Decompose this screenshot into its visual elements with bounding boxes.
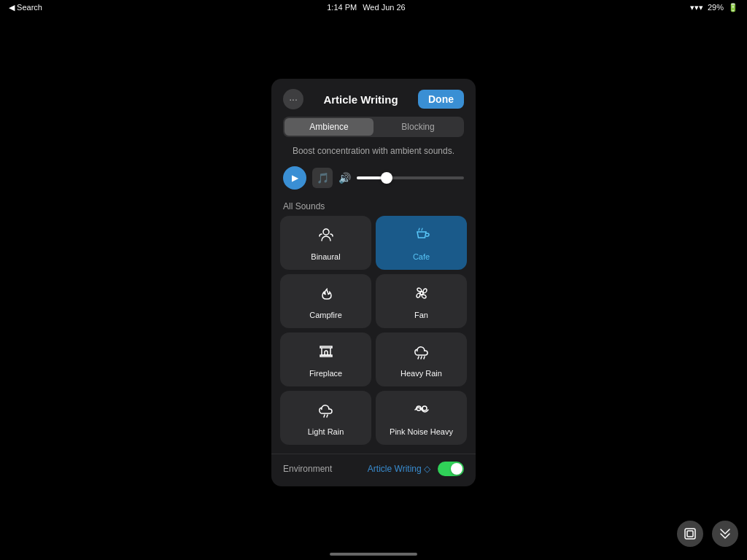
sound-item-fan[interactable]: Fan: [376, 274, 467, 328]
fireplace-label: Fireplace: [309, 369, 342, 378]
cafe-icon: [413, 226, 430, 248]
sound-item-binaural[interactable]: Binaural: [280, 216, 371, 270]
done-button[interactable]: Done: [418, 90, 464, 109]
play-button[interactable]: ▶: [283, 166, 306, 190]
toggle-thumb: [451, 463, 462, 475]
modal-header: ··· Article Writing Done: [271, 79, 476, 117]
modal-title: Article Writing: [303, 93, 418, 106]
volume-thumb[interactable]: [381, 172, 392, 184]
date: Wed Jun 26: [363, 3, 406, 12]
status-left: ◀ Search: [9, 3, 42, 12]
svg-rect-11: [685, 529, 695, 539]
svg-line-7: [324, 415, 325, 417]
status-bar: ◀ Search 1:14 PM Wed Jun 26 ▾▾▾ 29% 🔋: [0, 0, 747, 15]
svg-rect-12: [687, 531, 693, 537]
fireplace-icon: [317, 343, 335, 365]
modal: ··· Article Writing Done Ambience Blocki…: [271, 79, 476, 486]
battery-icon: 🔋: [728, 3, 738, 12]
wifi-icon: ▾▾▾: [690, 3, 703, 12]
fan-icon: [413, 284, 430, 306]
pink-noise-label: Pink Noise Heavy: [390, 427, 453, 436]
svg-point-10: [422, 406, 427, 411]
time: 1:14 PM: [327, 3, 357, 12]
volume-slider[interactable]: [357, 176, 464, 179]
svg-rect-3: [320, 355, 332, 357]
tab-blocking[interactable]: Blocking: [374, 118, 462, 136]
sound-item-fireplace[interactable]: Fireplace: [280, 332, 371, 386]
expand-button[interactable]: [712, 521, 738, 547]
environment-value[interactable]: Article Writing ◇: [368, 464, 430, 474]
battery-level: 29%: [708, 3, 724, 12]
campfire-label: Campfire: [309, 311, 342, 319]
playback-controls: ▶ 🎵 🔊: [271, 162, 476, 198]
svg-point-0: [323, 229, 329, 235]
sound-wave-icon: 🎵: [312, 168, 333, 188]
fan-label: Fan: [414, 311, 428, 319]
heavy-rain-icon: [413, 343, 430, 365]
svg-rect-2: [320, 346, 332, 348]
tab-ambience[interactable]: Ambience: [285, 118, 374, 136]
status-right: ▾▾▾ 29% 🔋: [690, 3, 738, 12]
environment-toggle[interactable]: [438, 462, 464, 476]
volume-icon: 🔊: [338, 172, 351, 184]
sound-item-campfire[interactable]: Campfire: [280, 274, 371, 328]
back-search[interactable]: ◀ Search: [9, 3, 42, 12]
environment-label: Environment: [283, 464, 332, 474]
binaural-icon: [317, 226, 335, 248]
svg-line-6: [424, 357, 425, 359]
environment-row: Environment Article Writing ◇: [271, 454, 476, 486]
home-indicator: [330, 553, 417, 556]
light-rain-icon: [317, 401, 335, 423]
section-label: All Sounds: [271, 198, 476, 216]
pink-noise-icon: [413, 401, 430, 423]
svg-line-8: [327, 415, 328, 417]
more-button[interactable]: ···: [283, 89, 303, 109]
svg-line-4: [418, 357, 419, 359]
sound-item-cafe[interactable]: Cafe: [376, 216, 467, 270]
sound-grid: Binaural Cafe Campfire: [271, 216, 476, 451]
sound-item-heavy-rain[interactable]: Heavy Rain: [376, 332, 467, 386]
heavy-rain-label: Heavy Rain: [400, 369, 442, 378]
svg-line-5: [421, 357, 422, 359]
screenshot-button[interactable]: [677, 521, 703, 547]
tabs: Ambience Blocking: [283, 117, 464, 137]
sound-item-light-rain[interactable]: Light Rain: [280, 391, 371, 445]
cafe-label: Cafe: [413, 252, 430, 261]
campfire-icon: [317, 284, 335, 306]
description: Boost concentration with ambient sounds.: [271, 137, 476, 162]
sound-item-pink-noise[interactable]: Pink Noise Heavy: [376, 391, 467, 445]
light-rain-label: Light Rain: [308, 427, 344, 436]
binaural-label: Binaural: [311, 252, 340, 261]
